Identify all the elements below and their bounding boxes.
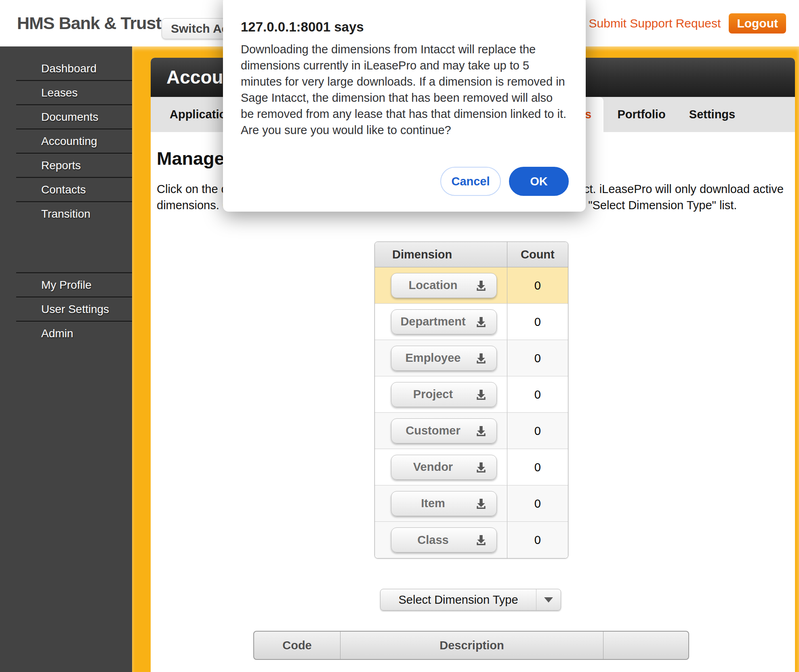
dialog-title: 127.0.0.1:8001 says: [241, 19, 364, 35]
code-description-table: Code Description: [253, 631, 689, 660]
download-icon: [475, 461, 488, 474]
download-icon: [475, 533, 488, 546]
dropdown-caret-section[interactable]: [536, 589, 561, 610]
sidebar-item-transition[interactable]: Transition: [0, 203, 132, 225]
tab-settings[interactable]: Settings: [682, 97, 742, 132]
sidebar-item-my-profile[interactable]: My Profile: [0, 274, 132, 296]
download-icon: [475, 497, 488, 510]
tab-active-label-fragment: s: [585, 97, 591, 132]
sidebar-gap: [0, 225, 132, 272]
download-class-button[interactable]: Class: [391, 527, 497, 552]
page-title: Manage: [157, 148, 225, 169]
alert-dialog: 127.0.0.1:8001 says Downloading the dime…: [223, 0, 586, 212]
sidebar-item-reports[interactable]: Reports: [0, 154, 132, 177]
download-location-button[interactable]: Location: [391, 273, 497, 298]
intro-text-line2-right: n "Select Dimension Type" list.: [578, 199, 737, 212]
table-row-customer: Customer 0: [375, 413, 568, 449]
table-row-department: Department 0: [375, 304, 568, 340]
select-dimension-type-label: Select Dimension Type: [381, 589, 536, 610]
intro-text-line2-left: dimensions. C: [157, 199, 231, 212]
submit-support-request-link[interactable]: Submit Support Request: [589, 17, 721, 30]
dimension-cell: Location: [375, 267, 507, 303]
column-header-blank: [603, 632, 688, 659]
sidebar-item-leases[interactable]: Leases: [0, 82, 132, 104]
panel-title: Accou: [166, 58, 223, 97]
table-row-location: Location 0: [375, 267, 568, 304]
sidebar-list: Dashboard Leases Documents Accounting Re…: [0, 46, 132, 345]
dimension-cell: Department: [375, 304, 507, 340]
table-row-item: Item 0: [375, 485, 568, 522]
dimension-table: Dimension Count Location 0 Department 0: [374, 242, 568, 559]
count-cell: 0: [507, 304, 568, 340]
count-cell: 0: [507, 485, 568, 521]
count-cell: 0: [507, 340, 568, 376]
sidebar-item-user-settings[interactable]: User Settings: [0, 298, 132, 321]
count-cell: 0: [507, 522, 568, 558]
download-icon: [475, 388, 488, 401]
table-row-employee: Employee 0: [375, 340, 568, 376]
column-header-dimension: Dimension: [375, 242, 507, 267]
count-cell: 0: [507, 413, 568, 449]
sidebar-item-documents[interactable]: Documents: [0, 106, 132, 128]
sidebar-item-dashboard[interactable]: Dashboard: [0, 57, 132, 80]
select-dimension-type-dropdown[interactable]: Select Dimension Type: [380, 589, 561, 611]
dimension-cell: Class: [375, 522, 507, 558]
dimension-cell: Vendor: [375, 449, 507, 485]
table-row-project: Project 0: [375, 376, 568, 413]
dimension-cell: Customer: [375, 413, 507, 449]
intro-text-line1-right: ct. iLeasePro will only download active: [584, 183, 784, 196]
count-cell: 0: [507, 376, 568, 412]
dimension-cell: Item: [375, 485, 507, 521]
dialog-message: Downloading the dimensions from Intacct …: [241, 41, 569, 138]
dimension-cell: Employee: [375, 340, 507, 376]
sidebar-nav: Dashboard Leases Documents Accounting Re…: [0, 46, 132, 672]
column-header-description: Description: [341, 632, 603, 659]
brand-logo: HMS Bank & Trust: [17, 0, 161, 46]
logout-button[interactable]: Logout: [729, 13, 786, 34]
download-icon: [475, 315, 488, 328]
download-department-button[interactable]: Department: [391, 309, 497, 334]
dimension-table-header: Dimension Count: [375, 242, 568, 267]
sidebar-item-admin[interactable]: Admin: [0, 322, 132, 345]
download-employee-button[interactable]: Employee: [391, 346, 497, 371]
tab-portfolio[interactable]: Portfolio: [611, 97, 672, 132]
column-header-code: Code: [254, 632, 341, 659]
sidebar-item-accounting[interactable]: Accounting: [0, 130, 132, 153]
table-row-class: Class 0: [375, 522, 568, 558]
download-icon: [475, 424, 488, 437]
count-cell: 0: [507, 449, 568, 485]
dimension-cell: Project: [375, 376, 507, 412]
download-icon: [475, 352, 488, 365]
count-cell: 0: [507, 267, 568, 303]
intro-text-line1-left: Click on the d: [157, 183, 228, 196]
sidebar-item-contacts[interactable]: Contacts: [0, 178, 132, 201]
table-row-vendor: Vendor 0: [375, 449, 568, 485]
dialog-buttons: Cancel OK: [440, 167, 569, 196]
download-vendor-button[interactable]: Vendor: [391, 455, 497, 480]
download-project-button[interactable]: Project: [391, 382, 497, 407]
column-header-count: Count: [507, 242, 568, 267]
ok-button[interactable]: OK: [509, 167, 569, 196]
cancel-button[interactable]: Cancel: [440, 167, 501, 196]
download-item-button[interactable]: Item: [391, 491, 497, 516]
caret-down-icon: [544, 597, 553, 603]
download-icon: [475, 279, 488, 292]
download-customer-button[interactable]: Customer: [391, 418, 497, 443]
